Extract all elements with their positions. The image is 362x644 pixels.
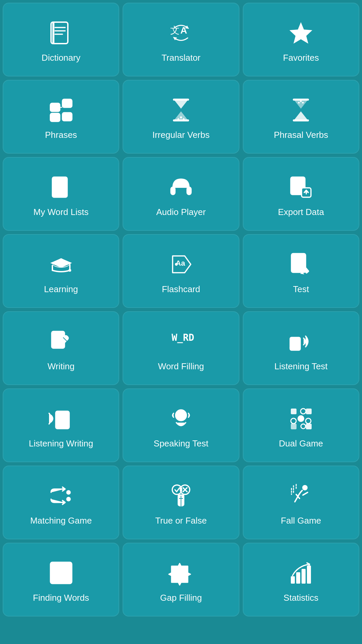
export-data-label: Export Data: [278, 207, 324, 217]
tile-fall-game[interactable]: Fall Game: [243, 466, 359, 539]
tile-listening-test[interactable]: Listening Test: [243, 311, 359, 385]
my-word-lists-icon: [46, 172, 76, 202]
listening-writing-label: Listening Writing: [29, 438, 93, 449]
svg-rect-19: [293, 99, 309, 101]
svg-rect-111: [296, 572, 300, 584]
tile-my-word-lists[interactable]: My Word Lists: [3, 157, 119, 231]
tile-dictionary[interactable]: Dictionary: [3, 3, 119, 76]
svg-text:W: W: [52, 563, 54, 568]
tile-test[interactable]: Test: [243, 234, 359, 308]
tile-translator[interactable]: 文 A Translator: [123, 3, 239, 76]
tile-dual-game[interactable]: Dual Game: [243, 388, 359, 462]
svg-rect-10: [50, 103, 60, 111]
svg-rect-20: [293, 119, 309, 121]
tile-phrasal-verbs[interactable]: Phrasal Verbs: [243, 80, 359, 154]
word-filling-label: Word Filling: [158, 361, 204, 372]
svg-point-18: [183, 118, 184, 120]
my-word-lists-label: My Word Lists: [34, 207, 89, 217]
tile-gap-filling[interactable]: ? Gap Filling: [123, 543, 239, 616]
svg-text:文: 文: [170, 25, 180, 36]
svg-point-76: [301, 424, 306, 429]
svg-point-72: [291, 418, 296, 424]
svg-point-16: [180, 116, 182, 118]
svg-point-68: [176, 410, 186, 421]
true-or-false-label: True or False: [155, 516, 207, 526]
listening-test-label: Listening Test: [274, 361, 328, 372]
tile-word-filling[interactable]: W_RD Word Filling: [123, 311, 239, 385]
svg-text:R: R: [62, 563, 65, 568]
svg-rect-113: [307, 566, 311, 584]
fall-game-label: Fall Game: [281, 516, 321, 526]
irregular-verbs-icon: [166, 95, 196, 125]
tile-finding-words[interactable]: W O R D D O D R O W Finding Words: [3, 543, 119, 616]
svg-rect-69: [291, 409, 297, 414]
svg-text:W: W: [62, 574, 65, 579]
svg-point-23: [302, 102, 304, 104]
tile-audio-player[interactable]: Audio Player: [123, 157, 239, 231]
svg-point-22: [300, 101, 302, 102]
gap-filling-icon: ?: [166, 558, 196, 588]
listening-test-icon: [286, 326, 316, 357]
dual-game-icon: [286, 404, 316, 434]
tile-favorites[interactable]: Favorites: [243, 3, 359, 76]
svg-rect-12: [50, 113, 60, 121]
writing-label: Writing: [47, 361, 74, 372]
tile-learning[interactable]: Learning: [3, 234, 119, 308]
dictionary-icon: [46, 18, 76, 48]
svg-rect-15: [173, 119, 189, 121]
phrasal-verbs-label: Phrasal Verbs: [274, 130, 328, 140]
svg-point-80: [67, 497, 70, 501]
tile-true-or-false[interactable]: True or False: [123, 466, 239, 539]
svg-text:O: O: [57, 573, 60, 579]
svg-rect-71: [306, 409, 312, 414]
dictionary-label: Dictionary: [42, 53, 81, 63]
speaking-test-label: Speaking Test: [154, 438, 209, 449]
tile-statistics[interactable]: Statistics: [243, 543, 359, 616]
test-label: Test: [293, 284, 309, 294]
svg-text:R: R: [52, 574, 54, 579]
gap-filling-label: Gap Filling: [160, 593, 202, 603]
svg-rect-13: [62, 113, 72, 121]
matching-game-icon: [46, 481, 76, 511]
matching-game-label: Matching Game: [30, 516, 92, 526]
svg-rect-112: [302, 569, 306, 584]
statistics-label: Statistics: [283, 593, 318, 603]
svg-text:D: D: [62, 568, 65, 573]
svg-text:W_RD: W_RD: [172, 332, 194, 343]
finding-words-label: Finding Words: [33, 593, 89, 603]
translator-label: Translator: [162, 53, 200, 63]
test-icon: [286, 249, 316, 279]
audio-player-label: Audio Player: [156, 207, 206, 217]
finding-words-icon: W O R D D O D R O W: [46, 558, 76, 588]
tile-listening-writing[interactable]: Listening Writing: [3, 388, 119, 462]
fall-game-icon: [286, 481, 316, 511]
svg-point-73: [298, 415, 304, 422]
favorites-icon: [286, 18, 316, 48]
svg-rect-34: [187, 187, 191, 195]
tile-export-data[interactable]: Export Data: [243, 157, 359, 231]
app-grid: Dictionary 文 A Translator Favorites: [3, 3, 359, 616]
tile-matching-game[interactable]: Matching Game: [3, 466, 119, 539]
tile-irregular-verbs[interactable]: Irregular Verbs: [123, 80, 239, 154]
svg-text:Aa: Aa: [176, 259, 185, 267]
svg-text:D: D: [68, 563, 71, 568]
tile-speaking-test[interactable]: Speaking Test: [123, 388, 239, 462]
svg-text:?: ?: [178, 568, 183, 577]
flashcard-label: Flashcard: [162, 284, 200, 294]
statistics-icon: [286, 558, 316, 588]
svg-rect-75: [291, 424, 297, 429]
favorites-label: Favorites: [283, 53, 319, 63]
irregular-verbs-label: Irregular Verbs: [152, 130, 210, 140]
svg-marker-9: [289, 22, 312, 44]
svg-point-44: [69, 269, 71, 272]
svg-rect-1: [52, 22, 54, 44]
tile-flashcard[interactable]: Aa Flashcard: [123, 234, 239, 308]
tile-phrases[interactable]: Phrases: [3, 80, 119, 154]
svg-rect-110: [291, 576, 295, 584]
svg-point-17: [177, 118, 179, 120]
svg-rect-33: [171, 187, 175, 195]
tile-writing[interactable]: Writing: [3, 311, 119, 385]
svg-rect-78: [306, 424, 312, 429]
svg-rect-14: [173, 99, 189, 101]
svg-point-87: [302, 485, 308, 490]
